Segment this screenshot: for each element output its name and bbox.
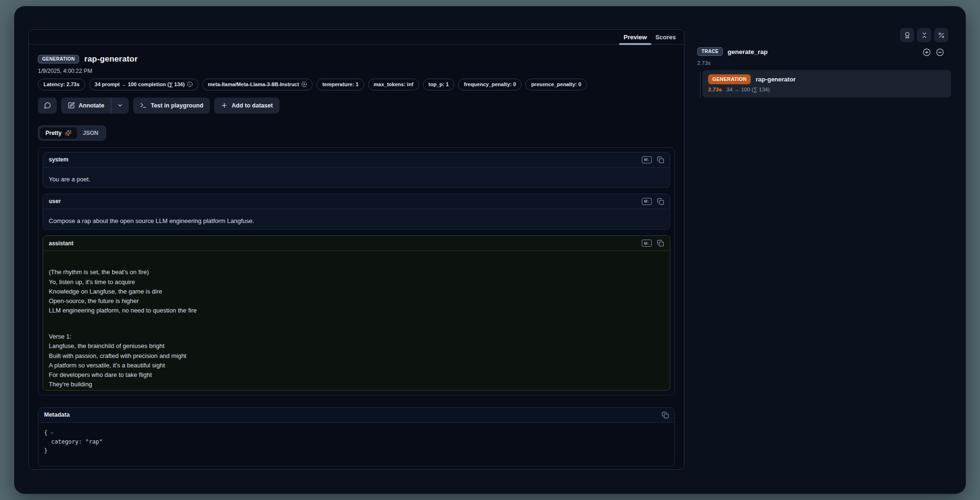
- max-tokens-badge: max_tokens: inf: [368, 79, 419, 90]
- info-icon: [187, 81, 193, 87]
- tree-indent-line: [700, 71, 701, 98]
- model-badge[interactable]: meta-llama/Meta-Llama-3-8B-Instruct: [202, 79, 313, 90]
- metadata-card: Metadata { category: "rap" }: [38, 407, 675, 466]
- temperature-badge: temperature: 1: [316, 79, 364, 90]
- copy-icon[interactable]: [657, 198, 664, 205]
- annotate-split-button: Annotate: [61, 98, 129, 114]
- desktop-background: Preview Scores GENERATION rap-generator …: [0, 0, 980, 500]
- zoom-out-icon[interactable]: [936, 48, 944, 56]
- zoom-in-icon[interactable]: [923, 48, 931, 56]
- pretty-view-button[interactable]: Pretty: [40, 127, 77, 139]
- messages-container: system M↓ You are a poet.: [38, 147, 675, 395]
- observation-latency: 2.73s: [708, 87, 722, 92]
- tab-scores[interactable]: Scores: [651, 30, 680, 44]
- chevron-down-icon: [117, 102, 123, 108]
- message-content: (The rhythm is set, the beat's on fire) …: [43, 251, 670, 390]
- message-card-system: system M↓ You are a poet.: [43, 152, 670, 188]
- annotation-queue-button[interactable]: [900, 28, 914, 42]
- json-entry-line: category: "rap": [44, 438, 669, 446]
- tab-preview[interactable]: Preview: [619, 30, 651, 44]
- latency-badge-label: Latency: 2.73s: [44, 80, 80, 89]
- tab-preview-label: Preview: [623, 34, 647, 41]
- assistant-paragraph-2: Verse 1: Langfuse, the brainchild of gen…: [49, 332, 664, 389]
- trace-latency: 2.73s: [697, 60, 710, 66]
- chevrons-down-up-icon: [921, 32, 928, 39]
- observation-timestamp: 1/9/2025, 4:00:22 PM: [38, 68, 675, 74]
- observation-tree-item-metrics: 2.73s 34 → 100 (∑ 134): [708, 87, 945, 92]
- generation-type-badge: GENERATION: [708, 74, 751, 84]
- observation-detail-panel: Preview Scores GENERATION rap-generator …: [28, 29, 684, 470]
- pretty-view-label: Pretty: [45, 130, 62, 136]
- message-card-user: user M↓ Compose a rap about the open sou…: [43, 194, 670, 230]
- add-to-dataset-button[interactable]: Add to dataset: [214, 98, 279, 114]
- json-view-button[interactable]: JSON: [77, 127, 104, 139]
- annotate-button[interactable]: Annotate: [61, 98, 111, 114]
- presence-penalty-badge-label: presence_penalty: 0: [531, 80, 581, 89]
- chat-bubble-icon: [44, 102, 51, 109]
- trace-name: generate_rap: [728, 48, 768, 55]
- action-buttons-row: Annotate Test in playground Add to datas…: [38, 98, 675, 114]
- copy-icon[interactable]: [657, 156, 664, 163]
- tab-scores-label: Scores: [656, 34, 676, 41]
- json-close-brace-line: }: [44, 446, 669, 455]
- copy-icon[interactable]: [662, 411, 669, 419]
- model-badge-label: meta-llama/Meta-Llama-3-8B-Instruct: [208, 80, 299, 89]
- test-in-playground-label: Test in playground: [151, 102, 203, 109]
- observation-title: rap-generator: [84, 54, 138, 64]
- message-actions: M↓: [642, 240, 664, 247]
- collapse-all-button[interactable]: [917, 28, 931, 42]
- message-header: user M↓: [43, 194, 670, 209]
- presence-penalty-badge: presence_penalty: 0: [525, 79, 587, 90]
- toggle-metrics-button[interactable]: [934, 28, 948, 42]
- json-open-brace-line: {: [44, 429, 669, 438]
- panel-content: GENERATION rap-generator 1/9/2025, 4:00:…: [29, 54, 684, 466]
- percent-icon: [938, 32, 945, 39]
- trace-toolbar: [900, 28, 948, 42]
- message-card-assistant: assistant M↓ (The rhythm is set, the bea…: [43, 235, 670, 390]
- token-usage-badge[interactable]: 34 prompt → 100 completion (∑ 134): [89, 79, 198, 90]
- top-p-badge-label: top_p: 1: [429, 80, 449, 89]
- trace-type-badge: TRACE: [697, 47, 723, 56]
- message-role-label: assistant: [49, 240, 73, 247]
- plus-icon: [221, 102, 228, 109]
- observation-tree-item-header: GENERATION rap-generator: [708, 74, 945, 84]
- sparkles-icon: [65, 130, 72, 136]
- copy-icon[interactable]: [657, 240, 664, 247]
- markdown-toggle-icon[interactable]: M↓: [642, 198, 652, 205]
- annotate-dropdown-button[interactable]: [111, 98, 129, 114]
- temperature-badge-label: temperature: 1: [322, 80, 358, 89]
- markdown-toggle-icon[interactable]: M↓: [642, 240, 652, 247]
- test-in-playground-button[interactable]: Test in playground: [133, 98, 210, 114]
- observation-tree-item[interactable]: GENERATION rap-generator 2.73s 34 → 100 …: [702, 70, 951, 98]
- metadata-title: Metadata: [44, 411, 70, 418]
- message-role-label: user: [49, 198, 61, 205]
- latency-badge: Latency: 2.73s: [38, 79, 85, 90]
- message-actions: M↓: [642, 198, 664, 205]
- award-icon: [904, 32, 911, 39]
- metadata-json: { category: "rap" }: [38, 423, 674, 462]
- view-mode-toggle: Pretty JSON: [38, 125, 106, 141]
- terminal-icon: [140, 102, 147, 109]
- metadata-header: Metadata: [38, 408, 674, 423]
- active-tab-indicator: [619, 43, 651, 45]
- observation-type-badge: GENERATION: [38, 55, 79, 63]
- markdown-toggle-icon[interactable]: M↓: [642, 156, 652, 163]
- panel-tabs-bar: Preview Scores: [29, 30, 684, 45]
- max-tokens-badge-label: max_tokens: inf: [374, 80, 414, 89]
- assistant-paragraph-1: (The rhythm is set, the beat's on fire) …: [49, 268, 664, 315]
- comments-button[interactable]: [38, 98, 57, 114]
- title-row: GENERATION rap-generator: [38, 54, 675, 64]
- collapse-chevron-icon[interactable]: [49, 430, 54, 436]
- message-role-label: system: [49, 156, 68, 163]
- app-window: Preview Scores GENERATION rap-generator …: [14, 6, 966, 494]
- tree-zoom-controls: [923, 48, 944, 56]
- json-view-label: JSON: [83, 130, 99, 136]
- observation-tree-item-name: rap-generator: [755, 76, 796, 83]
- plus-circle-icon: [301, 81, 307, 87]
- parameter-badges-row: Latency: 2.73s 34 prompt → 100 completio…: [38, 79, 675, 90]
- annotate-button-label: Annotate: [79, 102, 104, 109]
- frequency-penalty-badge: frequency_penalty: 0: [458, 79, 521, 90]
- frequency-penalty-badge-label: frequency_penalty: 0: [464, 80, 516, 89]
- message-actions: M↓: [642, 156, 664, 163]
- trace-tree-root[interactable]: TRACE generate_rap: [697, 47, 768, 56]
